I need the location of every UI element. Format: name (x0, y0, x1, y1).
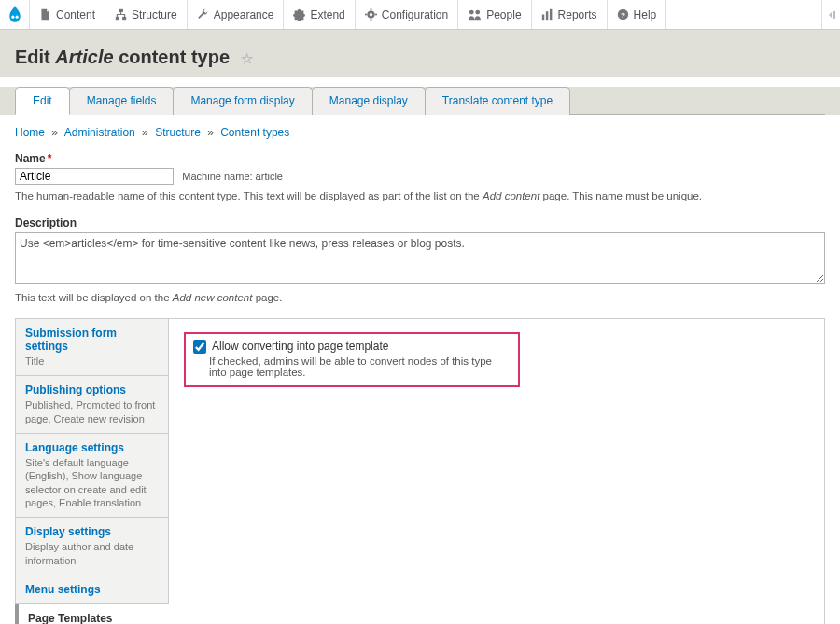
allow-converting-label: Allow converting into page template (212, 340, 388, 353)
breadcrumb-content-types[interactable]: Content types (220, 126, 289, 139)
vtab-publishing-options[interactable]: Publishing options Published, Promoted t… (16, 376, 168, 434)
svg-rect-9 (365, 14, 367, 16)
tab-manage-fields[interactable]: Manage fields (69, 87, 175, 115)
svg-point-6 (370, 13, 372, 16)
sitemap-icon (115, 8, 127, 21)
toolbar-item-help[interactable]: ? Help (608, 0, 667, 29)
description-label: Description (15, 216, 825, 229)
allow-converting-desc: If checked, admins will be able to conve… (209, 355, 511, 378)
svg-rect-2 (119, 9, 123, 12)
name-label: Name* (15, 152, 825, 165)
tab-edit[interactable]: Edit (15, 87, 70, 115)
page-header: Edit Article content type ☆ (0, 30, 840, 77)
vtab-language-settings[interactable]: Language settings Site's default languag… (16, 434, 168, 518)
svg-rect-3 (116, 17, 119, 20)
breadcrumb-home[interactable]: Home (15, 126, 45, 139)
page-title: Edit Article content type ☆ (15, 47, 825, 68)
barchart-icon (541, 8, 553, 21)
toolbar-item-reports[interactable]: Reports (532, 0, 608, 29)
people-icon (468, 8, 482, 21)
svg-point-0 (11, 15, 14, 18)
toolbar-label: Configuration (382, 8, 448, 21)
tab-translate-content-type[interactable]: Translate content type (425, 87, 570, 115)
svg-rect-8 (370, 19, 371, 21)
toolbar-label: Reports (558, 8, 597, 21)
highlight-box: Allow converting into page template If c… (184, 332, 520, 387)
svg-point-12 (476, 10, 481, 15)
breadcrumb-admin[interactable]: Administration (64, 126, 135, 139)
description-textarea[interactable]: Use <em>articles</em> for time-sensitive… (15, 232, 825, 284)
toolbar-item-extend[interactable]: Extend (284, 0, 355, 29)
admin-toolbar: Content Structure Appearance Extend Conf… (0, 0, 840, 30)
tab-manage-display[interactable]: Manage display (312, 87, 426, 115)
svg-rect-18 (833, 11, 835, 19)
toolbar-label: People (486, 8, 521, 21)
vertical-tabs-menu: Submission form settings Title Publishin… (16, 319, 169, 624)
primary-tabs: Edit Manage fields Manage form display M… (0, 87, 840, 115)
gear-icon (365, 8, 377, 21)
breadcrumb: Home » Administration » Structure » Cont… (15, 126, 825, 139)
puzzle-icon (293, 8, 305, 21)
vertical-tabs-pane: Allow converting into page template If c… (169, 319, 824, 624)
toolbar-item-appearance[interactable]: Appearance (188, 0, 285, 29)
collapse-icon (827, 10, 836, 20)
druplicon-icon (7, 6, 23, 24)
svg-rect-10 (374, 14, 376, 16)
svg-rect-7 (370, 8, 371, 10)
vtab-page-templates[interactable]: Page Templates (15, 604, 169, 624)
description-help: This text will be displayed on the Add n… (15, 290, 825, 305)
svg-rect-14 (545, 11, 547, 20)
toolbar-label: Content (56, 8, 95, 21)
toolbar-item-people[interactable]: People (458, 0, 531, 29)
svg-rect-15 (550, 9, 552, 20)
toolbar-label: Structure (132, 8, 177, 21)
wrench-icon (197, 8, 209, 21)
name-field-block: Name* Machine name: article The human-re… (15, 152, 825, 203)
vtab-display-settings[interactable]: Display settings Display author and date… (16, 518, 168, 575)
name-help: The human-readable name of this content … (15, 188, 825, 203)
toolbar-toggle[interactable] (821, 0, 840, 29)
svg-rect-4 (122, 17, 126, 20)
vtab-submission-form-settings[interactable]: Submission form settings Title (16, 319, 168, 376)
toolbar-item-structure[interactable]: Structure (105, 0, 188, 29)
toolbar-label: Extend (310, 8, 344, 21)
breadcrumb-structure[interactable]: Structure (155, 126, 201, 139)
name-input[interactable] (15, 168, 174, 185)
svg-rect-13 (541, 15, 543, 21)
description-field-block: Description Use <em>articles</em> for ti… (15, 216, 825, 305)
allow-converting-checkbox[interactable] (193, 340, 206, 354)
drupal-logo[interactable] (0, 0, 30, 29)
help-icon: ? (617, 8, 629, 21)
toolbar-label: Help (634, 8, 657, 21)
machine-name: Machine name: article (182, 171, 283, 182)
toolbar-label: Appearance (214, 8, 274, 21)
svg-point-1 (15, 15, 18, 18)
svg-point-11 (469, 10, 474, 15)
tab-manage-form-display[interactable]: Manage form display (173, 87, 312, 115)
content-region: Home » Administration » Structure » Cont… (0, 115, 840, 624)
toolbar-item-configuration[interactable]: Configuration (356, 0, 458, 29)
toolbar-item-content[interactable]: Content (30, 0, 105, 29)
svg-text:?: ? (621, 11, 625, 20)
vertical-tabs: Submission form settings Title Publishin… (15, 318, 825, 624)
favorite-star-icon[interactable]: ☆ (241, 50, 253, 66)
file-icon (39, 8, 51, 21)
vtab-menu-settings[interactable]: Menu settings (16, 575, 168, 604)
